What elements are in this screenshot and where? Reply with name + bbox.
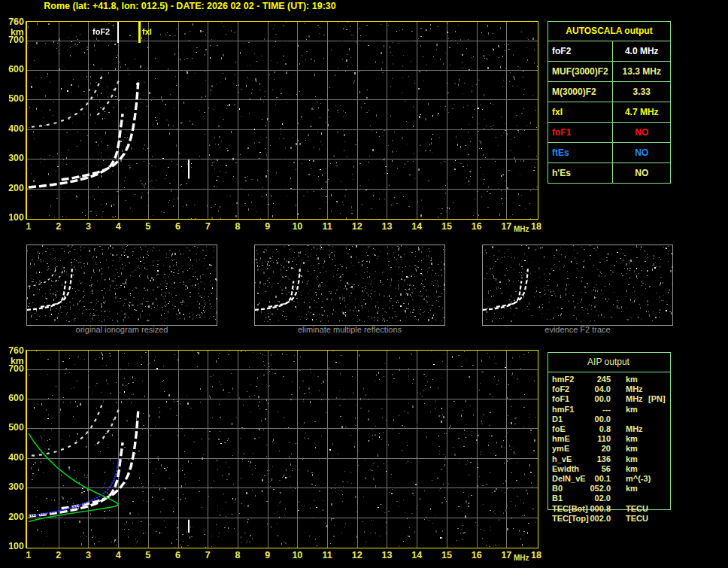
x-tick-label: 8: [228, 222, 247, 231]
x-tick-label: 9: [258, 222, 278, 231]
aip-row-unit: km: [626, 464, 638, 474]
aip-row: TEC[Top]002.0TECU: [548, 514, 672, 524]
x-tick-label: 10: [287, 222, 307, 231]
aip-header-divider: [548, 372, 671, 372]
x-tick-label: 13: [378, 222, 397, 231]
aip-table-title: AIP output: [548, 357, 669, 367]
autoscala-row: M(3000)F23.33: [548, 81, 670, 102]
y-tick-label: 500: [1, 94, 24, 103]
x-tick-label: 7: [198, 222, 217, 231]
x-tick-label: 11: [317, 551, 337, 560]
autoscala-row-label: h'Es: [548, 163, 612, 183]
aip-output-table: AIP output hmF2245kmfoF204.0MHzfoF100.0M…: [548, 352, 672, 528]
aip-row-unit: m^(-3): [626, 474, 651, 484]
aip-row-value: 56: [567, 464, 611, 474]
x-tick-label: 14: [407, 222, 426, 231]
fxI-marker-label: fxI: [142, 28, 152, 36]
top-ionogram-canvas: [27, 22, 538, 219]
y-tick-label: 400: [1, 453, 24, 462]
thumbnail-evidence-f2: [482, 245, 673, 326]
autoscala-row: foF24.0 MHz: [548, 41, 670, 61]
window-title: Rome (lat: +41.8, lon: 012.5) - DATE: 20…: [0, 1, 380, 11]
thumbnail-caption-original: original ionogram resized: [26, 325, 217, 334]
y-tick-label: 700: [1, 35, 24, 44]
aip-row-label: D1: [552, 415, 563, 424]
autoscala-output-table: AUTOSCALA output foF24.0 MHzMUF(3000)F21…: [548, 21, 671, 184]
x-tick-label: 1: [19, 222, 38, 231]
aip-row-value: 0.8: [567, 424, 611, 434]
x-tick-label: 11: [317, 222, 337, 231]
autoscala-row: h'EsNO: [548, 163, 670, 183]
x-tick-label: 16: [467, 551, 487, 560]
y-tick-label: 200: [1, 512, 24, 521]
x-tick-label: 6: [168, 222, 188, 231]
y-tick-label: 100: [1, 213, 24, 222]
x-tick-label: 15: [437, 551, 457, 560]
foF2-marker-label: foF2: [93, 28, 110, 36]
aip-row: hmE110km: [548, 434, 672, 444]
aip-row-value: 245: [567, 375, 611, 384]
aip-row-unit: km: [626, 454, 638, 464]
autoscala-row-value: 4.0 MHz: [612, 41, 670, 61]
thumbnail-original-ionogram: [26, 245, 217, 326]
autoscala-row-label: foF2: [548, 41, 612, 61]
y-tick-label: 300: [1, 482, 24, 491]
aip-row: foF100.0MHz[PN]: [548, 394, 672, 404]
aip-row-value: 052.0: [567, 484, 611, 494]
aip-row-label: foE: [552, 424, 566, 434]
aip-row: hmF1---km: [548, 405, 672, 415]
aip-row: foF204.0MHz: [548, 384, 672, 394]
aip-row-unit: km: [626, 434, 638, 444]
y-tick-label: 600: [1, 65, 24, 74]
x-tick-label: 9: [258, 551, 278, 560]
autoscala-row-value: 4.7 MHz: [612, 102, 670, 122]
aip-row: DelN_vE00.1m^(-3): [548, 474, 672, 484]
x-tick-label: 5: [138, 222, 158, 231]
x-tick-label: 18: [526, 222, 546, 231]
autoscala-row: foF1NO: [548, 122, 670, 142]
aip-row-value: ---: [567, 405, 611, 415]
autoscala-row-label: foF1: [548, 123, 612, 142]
thumbnail-caption-eliminate: eliminate multiple reflections: [254, 325, 445, 334]
x-tick-label: 7: [198, 551, 217, 560]
autoscala-row-label: ftEs: [548, 143, 612, 163]
y-tick-label: 300: [1, 153, 24, 163]
aip-row-label: B1: [552, 494, 563, 503]
aip-row: hmF2245km: [548, 375, 672, 384]
x-tick-label: 14: [407, 551, 426, 560]
aip-row: ymE20km: [548, 444, 672, 454]
aip-row-unit: km: [626, 405, 638, 415]
aip-row-value: 04.0: [567, 384, 611, 394]
aip-row: B0052.0km: [548, 484, 672, 494]
aip-row-value: 002.0: [567, 514, 611, 524]
autoscala-app-window: { "window_title": "Rome (lat: +41.8, lon…: [0, 0, 728, 568]
aip-row-value: 00.0: [567, 394, 611, 404]
autoscala-row-value: NO: [612, 163, 670, 183]
autoscala-row-value: NO: [612, 123, 670, 142]
y-tick-label: 500: [1, 423, 24, 432]
thumbnail-caption-evidence: evidence F2 trace: [482, 325, 673, 334]
aip-row-unit: MHz: [626, 394, 643, 404]
y-tick-label: 760: [1, 17, 24, 26]
aip-row-value: 00.1: [567, 474, 611, 484]
x-tick-label: 1: [19, 551, 38, 560]
aip-row-value: 110: [567, 434, 611, 444]
y-tick-label: 700: [1, 364, 24, 373]
thumbnail-evidence-canvas: [483, 245, 672, 322]
x-axis-unit-label: MHz: [514, 225, 529, 233]
y-tick-label: 200: [1, 184, 24, 193]
aip-row-value: 136: [567, 454, 611, 464]
aip-row-value: 000.8: [567, 504, 611, 514]
top-ionogram-plot: [26, 21, 538, 220]
autoscala-row: ftEsNO: [548, 142, 670, 163]
aip-row: h_vE136km: [548, 454, 672, 464]
y-tick-label: 100: [1, 542, 24, 551]
aip-row: foE0.8MHz: [548, 424, 672, 434]
aip-row-unit: km: [626, 444, 638, 454]
aip-row: Ewidth56km: [548, 464, 672, 474]
thumbnail-original-canvas: [27, 245, 217, 322]
thumbnail-eliminate-canvas: [255, 245, 444, 322]
x-tick-label: 3: [78, 222, 98, 231]
y-tick-label: 400: [1, 124, 24, 133]
x-tick-label: 16: [467, 222, 487, 231]
